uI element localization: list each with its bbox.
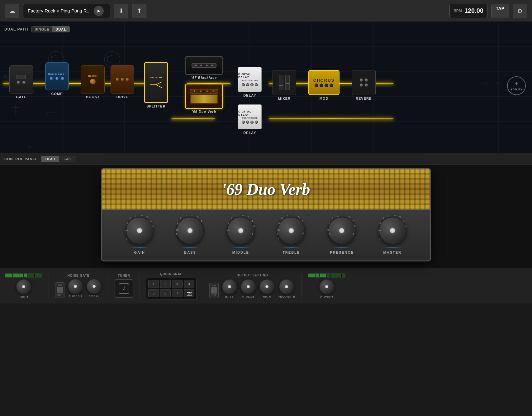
svg-text:35V: 35V: [3, 75, 9, 79]
vu-seg-3: [13, 274, 17, 277]
mod-unit[interactable]: CHORUS MOD: [308, 70, 340, 100]
noise-gate-decay-knob[interactable]: [86, 279, 102, 294]
svg-text:8: 8: [130, 217, 131, 220]
presence-knob[interactable]: 4 3 2 1 8 7 6 5 10 9: [328, 217, 356, 245]
input-knob[interactable]: [16, 279, 31, 294]
snap-camera-btn[interactable]: 📷: [184, 289, 194, 297]
svg-text:5: 5: [248, 216, 249, 219]
svg-text:3: 3: [253, 224, 255, 227]
svg-text:6: 6: [192, 215, 193, 217]
chorus-text: CHORUS: [313, 78, 335, 83]
output-toggle-lever: [211, 287, 217, 294]
noise-gate-toggle[interactable]: ON OFF: [55, 282, 64, 298]
vu-seg-10: [38, 274, 42, 277]
snap-btn-4[interactable]: 4: [184, 280, 194, 288]
svg-text:1k: 1k: [37, 146, 40, 149]
comp-unit[interactable]: Compressor COMP: [45, 62, 69, 96]
delay-top-unit[interactable]: DIGITAL DELAY POSITIV/CORD DELAY: [238, 67, 262, 97]
gate-unit[interactable]: ━━━ GATE: [9, 65, 33, 99]
snap-btn-6[interactable]: 6: [160, 289, 171, 297]
output-high-label: HIGH: [263, 295, 271, 298]
play-icon: ▶: [97, 9, 100, 13]
head-tab[interactable]: HEAD: [41, 156, 59, 162]
svg-text:7: 7: [135, 215, 136, 217]
tap-button[interactable]: TAP: [491, 4, 509, 18]
control-panel: CONTROL PANEL HEAD CAB '69 Duo Verb 9 8 …: [0, 153, 532, 268]
signal-line-bot-2: [269, 118, 393, 119]
download-button[interactable]: ⬇: [114, 4, 128, 18]
svg-line-18: [107, 55, 112, 57]
mode-dual-button[interactable]: DUAL: [52, 26, 69, 32]
top-bar: ☁ Factory Rock > Ping Pong R... ▶ ⬇ ⬆ BP…: [0, 0, 532, 22]
output-pesonate-knob[interactable]: [279, 279, 294, 294]
out-vu-seg-6: [327, 274, 330, 277]
master-knob[interactable]: 9 8 7 6 5 4 3 10 1 2: [378, 217, 406, 245]
snap-btn-7[interactable]: 7: [172, 289, 183, 297]
settings-button[interactable]: ⚙: [513, 4, 527, 18]
bass-knob[interactable]: 9 8 7 6 5 4 10 1: [176, 217, 204, 245]
noise-gate-thresh-knob[interactable]: [68, 279, 83, 294]
svg-text:4: 4: [329, 222, 330, 225]
amp67-label: '67 Blackface: [191, 76, 217, 79]
mod-label: MOD: [320, 97, 329, 100]
preset-play-button[interactable]: ▶: [94, 6, 104, 16]
amp-display: '69 Duo Verb 9 8 7 6 5 4 3 10: [0, 165, 532, 268]
cloud-button[interactable]: ☁: [5, 4, 19, 18]
add-fx-button[interactable]: + ADD FX: [507, 76, 526, 95]
boost-label: BOOST: [86, 95, 100, 99]
tuner-button[interactable]: ♩: [115, 279, 133, 298]
snap-btn-1[interactable]: 1: [148, 280, 159, 288]
toggle-on-label: ON: [58, 284, 62, 287]
svg-text:♩: ♩: [123, 285, 125, 291]
middle-knob-group: 9 8 7 6 5 4 3 10 1 2 MIDDLE: [227, 217, 255, 254]
svg-text:9: 9: [126, 222, 128, 225]
output-toggle[interactable]: ON OFF: [209, 283, 219, 298]
splitter-unit[interactable]: SPLITTER SPLITTER: [144, 62, 168, 108]
bpm-value[interactable]: 120.00: [464, 7, 483, 14]
output-bass-knob[interactable]: [222, 279, 237, 294]
vu-seg-4: [16, 274, 20, 277]
output-high-knob[interactable]: [259, 279, 275, 294]
amp-stack[interactable]: '67 Blackface '69 Duo Verb: [185, 56, 223, 113]
snap-btn-3[interactable]: 3: [172, 280, 183, 288]
boost-unit[interactable]: Booster BOOST: [81, 65, 105, 99]
middle-knob[interactable]: 9 8 7 6 5 4 3 10 1 2: [227, 217, 255, 245]
presence-label: PRESENCE: [330, 251, 354, 254]
treble-knob[interactable]: 9 8 7 6 5 4 10 1 2 3: [277, 217, 305, 245]
toggle-lever: [57, 287, 63, 293]
add-fx-section: + ADD FX: [507, 76, 526, 95]
cloud-icon: ☁: [9, 7, 15, 15]
snap-btn-5[interactable]: 5: [148, 289, 159, 297]
delay-bot-label: DELAY: [243, 131, 256, 135]
svg-text:7: 7: [287, 215, 288, 217]
svg-line-19: [107, 61, 112, 63]
svg-text:T2: T2: [106, 76, 109, 79]
mode-single-button[interactable]: SINGLE: [31, 26, 52, 32]
drive-unit[interactable]: DRIVE: [111, 65, 134, 99]
svg-text:R1: R1: [28, 146, 31, 149]
svg-text:2: 2: [278, 237, 279, 241]
mixer-unit[interactable]: MIXER: [273, 70, 296, 100]
upload-button[interactable]: ⬆: [132, 4, 146, 18]
add-fx-text: ADD FX: [510, 88, 523, 91]
svg-text:5: 5: [197, 216, 198, 219]
vu-seg-7: [27, 274, 31, 277]
delay-bot-unit[interactable]: DIGITAL DELAY POSITIV/CORD DELAY: [238, 104, 262, 135]
svg-text:5: 5: [399, 216, 401, 219]
snap-btn-2[interactable]: 2: [160, 280, 171, 288]
output-middle-knob[interactable]: [240, 279, 256, 294]
svg-text:6: 6: [354, 224, 356, 227]
svg-text:5: 5: [146, 216, 148, 219]
output-knob[interactable]: [319, 279, 335, 294]
gain-knob[interactable]: 9 8 7 6 5 4 3 10 1 2: [126, 217, 154, 245]
input-section: INPUT: [5, 273, 42, 299]
reverb-unit[interactable]: REVERB: [352, 70, 376, 100]
svg-text:8: 8: [349, 216, 350, 219]
cab-tab[interactable]: CAB: [59, 156, 75, 162]
preset-selector[interactable]: Factory Rock > Ping Pong R... ▶: [23, 4, 110, 18]
svg-line-38: [156, 82, 162, 85]
svg-text:4: 4: [302, 219, 303, 222]
svg-text:7: 7: [236, 215, 238, 217]
svg-text:3: 3: [302, 231, 304, 234]
tuner-label: TUNER: [118, 274, 130, 277]
